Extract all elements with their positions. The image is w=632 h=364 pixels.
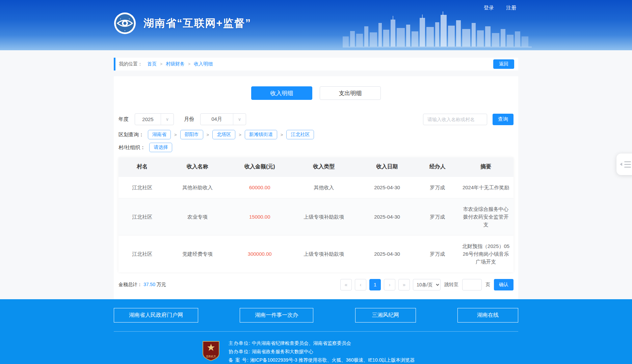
breadcrumb-link[interactable]: 村级财务	[166, 61, 185, 67]
cell: 党建经费专项	[166, 235, 229, 272]
cell: 其他补助收入	[166, 176, 229, 198]
footer-info-line: 备 案 号: 湘ICP备10022939号-3 推荐使用谷歌、火狐、360极速、…	[229, 356, 415, 364]
amount-cell: 60000.00	[229, 176, 290, 198]
region-chip[interactable]: 北塔区	[212, 130, 235, 139]
collapse-left-icon	[620, 163, 622, 166]
cell: 罗万成	[417, 198, 458, 235]
chevron-down-icon: ∨	[161, 114, 174, 125]
cell: 江北社区	[119, 235, 166, 272]
region-separator: >	[239, 132, 241, 137]
gov-badge-icon: 党政机关	[202, 340, 220, 361]
region-label: 区划查询：	[119, 132, 144, 138]
month-select-value: 04月	[201, 116, 233, 122]
cell: 2025-04-30	[358, 176, 417, 198]
tab-income-detail[interactable]: 收入明细	[251, 86, 312, 100]
total-value: 37.50	[143, 282, 155, 287]
total-amount: 金额总计： 37.50 万元	[119, 282, 166, 288]
footer-info-line: 主办单位: 中共湖南省纪律检查委员会、湖南省监察委员会	[229, 339, 415, 347]
breadcrumb-separator: >	[188, 62, 190, 66]
first-page-button[interactable]: «	[340, 279, 352, 290]
month-label: 月份	[184, 116, 194, 122]
breadcrumb-link[interactable]: 收入明细	[194, 61, 213, 67]
cell: 2024年十无工作奖励	[458, 176, 514, 198]
year-label: 年度	[119, 116, 129, 122]
cell: 北财预指（2025）0526号付南岗小镇音乐广场开支	[458, 235, 514, 272]
page-body: 我的位置： 首页>村级财务>收入明细 返回 收入明细支出明细 年度 2025 ∨…	[0, 50, 632, 299]
footer-link[interactable]: 湖南一件事一次办	[240, 308, 313, 323]
cell: 江北社区	[119, 176, 166, 198]
region-path: 湖南省>邵阳市>北塔区>新滩镇街道>江北社区	[148, 130, 314, 139]
column-header: 经办人	[417, 158, 458, 176]
side-menu-toggle[interactable]	[616, 153, 632, 175]
site-logo-eye-icon	[114, 12, 136, 34]
amount-cell: 15000.00	[229, 198, 290, 235]
cell: 上级专项补助款项	[290, 198, 358, 235]
column-header: 收入金额(元)	[229, 158, 290, 176]
brand: 湖南省“互联网+监督”	[114, 12, 251, 34]
footer-divider	[114, 331, 518, 332]
region-separator: >	[207, 132, 209, 137]
column-header: 收入类型	[290, 158, 358, 176]
year-select[interactable]: 2025 ∨	[135, 113, 174, 125]
svg-text:党政机关: 党政机关	[206, 355, 216, 358]
org-select-chip[interactable]: 请选择	[149, 143, 172, 152]
site-header: 湖南省“互联网+监督” 登录 注册	[0, 0, 632, 50]
table-row: 江北社区农业专项15000.00上级专项补助款项2025-04-30罗万成市农业…	[119, 198, 514, 235]
footer-link[interactable]: 湖南省人民政府门户网	[114, 308, 198, 323]
chevron-down-icon: ∨	[233, 114, 246, 125]
region-chip[interactable]: 邵阳市	[180, 130, 203, 139]
region-query-row: 区划查询： 湖南省>邵阳市>北塔区>新滩镇街道>江北社区	[119, 130, 514, 139]
page-word: 页	[485, 282, 490, 288]
table-row: 江北社区其他补助收入60000.00其他收入2025-04-30罗万成2024年…	[119, 176, 514, 198]
filter-row: 年度 2025 ∨ 月份 04月 ∨ 查询	[119, 113, 514, 125]
confirm-button[interactable]: 确认	[494, 279, 514, 290]
cell: 2025-04-30	[358, 198, 417, 235]
query-button[interactable]: 查询	[493, 114, 514, 125]
footer-link[interactable]: 湖南在线	[457, 308, 518, 323]
footer-links: 湖南省人民政府门户网湖南一件事一次办三湘风纪网湖南在线	[114, 299, 518, 323]
region-chip[interactable]: 江北社区	[286, 130, 314, 139]
site-title: 湖南省“互联网+监督”	[143, 16, 251, 30]
breadcrumb: 我的位置： 首页>村级财务>收入明细 返回	[114, 58, 518, 71]
footer-link[interactable]: 三湘风纪网	[355, 308, 416, 323]
org-label: 村/社组织：	[119, 144, 145, 151]
cell: 2025-04-30	[358, 235, 417, 272]
region-chip[interactable]: 新滩镇街道	[245, 130, 277, 139]
search-input[interactable]	[423, 114, 487, 125]
footer-info-line: 协办单位: 湖南省政务服务和大数据中心	[229, 347, 415, 356]
register-link[interactable]: 注册	[506, 5, 516, 10]
cell: 其他收入	[290, 176, 358, 198]
month-select[interactable]: 04月 ∨	[200, 113, 246, 125]
pagination-row: 金额总计： 37.50 万元 « ‹ 1 › » 10条/页 跳转至 页	[119, 279, 514, 290]
region-chip[interactable]: 湖南省	[148, 130, 171, 139]
table-body: 江北社区其他补助收入60000.00其他收入2025-04-30罗万成2024年…	[119, 176, 514, 272]
cell: 罗万成	[417, 176, 458, 198]
breadcrumb-link[interactable]: 首页	[147, 61, 157, 67]
cell: 市农业综合服务中心拨付农药安全监管开支	[458, 198, 514, 235]
cell: 上级专项补助款项	[290, 235, 358, 272]
footer-info: 主办单位: 中共湖南省纪律检查委员会、湖南省监察委员会协办单位: 湖南省政务服务…	[229, 339, 415, 364]
org-row: 村/社组织： 请选择	[119, 143, 514, 152]
site-footer: 湖南省人民政府门户网湖南一件事一次办三湘风纪网湖南在线 党政机关 主办单位: 中…	[0, 299, 632, 364]
region-separator: >	[174, 132, 177, 137]
column-header: 收入日期	[358, 158, 417, 176]
next-page-button[interactable]: ›	[384, 279, 395, 290]
column-header: 村名	[119, 158, 166, 176]
jump-page-input[interactable]	[462, 279, 482, 290]
total-unit: 万元	[157, 282, 166, 287]
tab-expense-detail[interactable]: 支出明细	[320, 86, 381, 100]
breadcrumb-label: 我的位置：	[119, 61, 142, 67]
cell: 江北社区	[119, 198, 166, 235]
table-header-row: 村名收入名称收入金额(元)收入类型收入日期经办人摘要	[119, 158, 514, 176]
page-size-select[interactable]: 10条/页	[413, 279, 441, 290]
breadcrumb-separator: >	[160, 62, 162, 66]
prev-page-button[interactable]: ‹	[355, 279, 366, 290]
back-button[interactable]: 返回	[493, 59, 514, 69]
menu-icon	[624, 161, 631, 168]
page-number-button[interactable]: 1	[369, 279, 381, 290]
login-link[interactable]: 登录	[484, 5, 494, 10]
last-page-button[interactable]: »	[398, 279, 410, 290]
amount-cell: 300000.00	[229, 235, 290, 272]
column-header: 摘要	[458, 158, 514, 176]
cell: 农业专项	[166, 198, 229, 235]
